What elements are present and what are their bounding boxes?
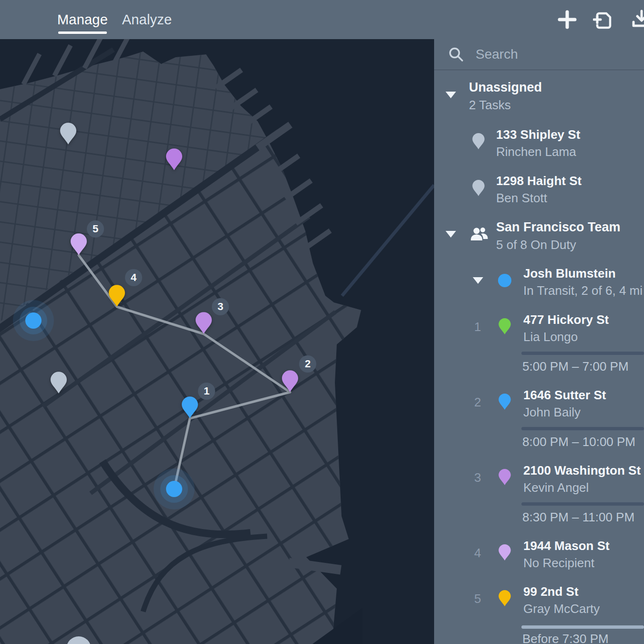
task-address: 1298 Haight St [496, 174, 582, 188]
app-window: 5 4 3 2 1 Unassigned 2 Tasks 133 Shipley… [0, 0, 644, 644]
task-sidebar: Unassigned 2 Tasks 133 Shipley St Rinche… [434, 39, 644, 644]
team-people-icon [470, 226, 489, 242]
unassigned-map-pin[interactable] [51, 372, 67, 394]
unassigned-title: Unassigned [469, 80, 542, 95]
driver-status: In Transit, 2 of 6, 4 mi [523, 283, 643, 298]
stop-pin-5[interactable] [71, 233, 87, 255]
download-icon[interactable] [631, 9, 644, 30]
unassigned-collapse-caret[interactable] [446, 92, 456, 98]
task-recipient: John Baily [523, 405, 581, 420]
driver-status-dot [498, 274, 511, 287]
task-number: 2 [474, 395, 481, 410]
task-number: 1 [474, 320, 481, 334]
task-address: 1944 Mason St [523, 539, 610, 553]
unassigned-count: 2 Tasks [469, 98, 511, 113]
task-time-window: 8:00 PM – 10:00 PM [522, 435, 635, 449]
driver-name: Josh Blumstein [523, 266, 616, 281]
task-pin-icon [499, 469, 511, 485]
tab-analyze[interactable]: Analyze [123, 0, 171, 39]
stop-badge-1: 1 [198, 383, 215, 400]
task-number: 4 [474, 546, 481, 561]
driver-location-dot[interactable] [25, 312, 42, 329]
search-icon [447, 46, 465, 63]
tab-manage[interactable]: Manage [58, 0, 107, 39]
task-time-bar [521, 427, 644, 430]
stop-badge-3: 3 [212, 298, 229, 315]
tab-analyze-label: Analyze [122, 12, 172, 28]
team-title: San Francisco Team [496, 220, 621, 235]
task-recipient: Rinchen Lama [496, 145, 576, 159]
map-canvas[interactable]: 5 4 3 2 1 [0, 39, 434, 644]
task-time-bar [521, 352, 644, 355]
team-collapse-caret[interactable] [446, 231, 456, 238]
task-number: 3 [474, 470, 481, 485]
task-time-bar [521, 502, 644, 506]
driver-collapse-caret[interactable] [473, 277, 483, 284]
unassigned-map-pin[interactable] [60, 123, 76, 145]
task-address: 477 Hickory St [523, 312, 609, 327]
add-icon[interactable] [557, 9, 578, 30]
search-input[interactable] [475, 43, 637, 66]
stop-badge-2: 2 [299, 355, 316, 373]
task-address: 99 2nd St [523, 584, 579, 599]
task-recipient: Lia Longo [523, 330, 578, 344]
tab-manage-label: Manage [57, 12, 108, 28]
search-bar[interactable] [434, 39, 644, 70]
task-time-bar [521, 625, 644, 629]
task-pin-icon [499, 544, 511, 561]
task-number: 5 [474, 592, 481, 606]
task-recipient: Ben Stott [496, 191, 547, 206]
stop-badge-5: 5 [87, 220, 104, 238]
stop-pin-1[interactable] [182, 396, 198, 418]
task-address: 2100 Washington St [523, 463, 641, 478]
team-duty-count: 5 of 8 On Duty [496, 238, 576, 252]
driver-location-dot[interactable] [166, 481, 182, 497]
task-recipient: Gray McCarty [523, 602, 600, 616]
task-pin-icon [499, 590, 511, 606]
import-icon[interactable] [593, 9, 614, 30]
stop-badge-4: 4 [125, 269, 142, 286]
task-time-window: Before 7:30 PM [522, 632, 609, 644]
task-pin-icon [499, 318, 511, 334]
task-pin-icon [499, 394, 511, 410]
stop-pin-2[interactable] [282, 370, 298, 392]
task-time-window: 5:00 PM – 7:00 PM [522, 359, 629, 374]
stop-pin-3[interactable] [196, 312, 212, 334]
task-address: 133 Shipley St [496, 127, 580, 142]
other-task-map-pin[interactable] [166, 148, 182, 170]
task-pin-icon [472, 180, 485, 196]
task-time-window: 8:30 PM – 11:00 PM [522, 510, 634, 525]
task-address: 1646 Sutter St [523, 388, 606, 403]
top-navigation-bar: Manage Analyze [0, 0, 644, 39]
task-pin-icon [472, 133, 485, 149]
task-recipient: No Recipient [523, 556, 594, 571]
task-recipient: Kevin Angel [523, 480, 589, 495]
stop-pin-4[interactable] [109, 285, 125, 307]
